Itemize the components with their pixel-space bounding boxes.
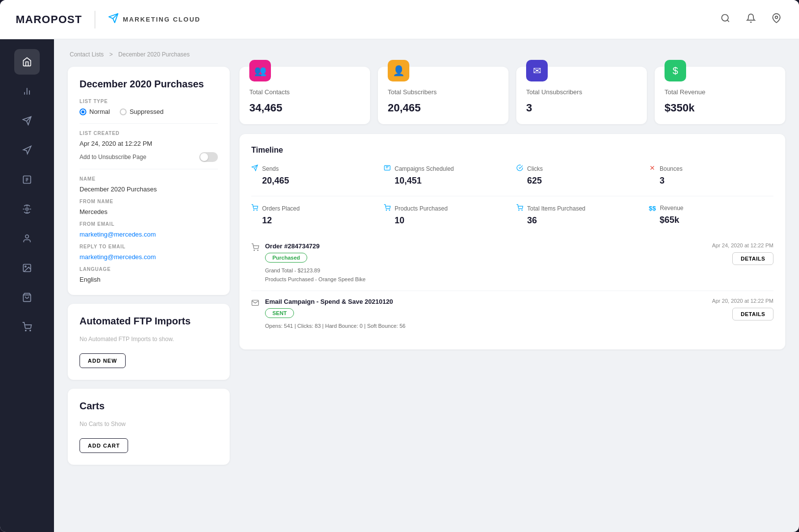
radio-normal[interactable]: Normal: [80, 108, 110, 115]
svg-point-17: [257, 210, 257, 211]
sidebar-item-analytics[interactable]: [14, 79, 40, 104]
stat-value-total-contacts: 34,465: [249, 102, 360, 114]
sidebar-item-audience[interactable]: [14, 137, 40, 163]
sidebar-item-media[interactable]: [14, 255, 40, 281]
item-timestamp-order-1: Apr 24, 2020 at 12:22 PM: [712, 242, 773, 248]
svg-point-9: [25, 266, 27, 267]
svg-point-16: [254, 210, 254, 211]
item-body-order-1: Order #284734729 Purchased Grand Total -…: [265, 242, 366, 284]
stat-card-total-revenue: $ Total Revenue $350k: [655, 67, 785, 124]
from-email-value[interactable]: marketing@mercedes.com: [80, 231, 218, 238]
language-section: LANGUAGE English: [80, 266, 218, 283]
card-title: December 2020 Purchases: [80, 79, 218, 90]
item-detail1-order-1: Grand Total - $2123.89: [265, 266, 366, 275]
from-name-value: Mercedes: [80, 208, 218, 215]
notifications-button[interactable]: [744, 11, 758, 27]
metric-item-revenue: $$ Revenue $65k: [649, 204, 773, 226]
item-body-email-1: Email Campaign - Spend & Save 20210120 S…: [265, 298, 405, 331]
stats-row: 👥 Total Contacts 34,465 👤 Total Subscrib…: [240, 67, 785, 124]
metric-header-revenue: $$ Revenue: [649, 204, 773, 212]
metric-icon-items: [516, 204, 523, 213]
metric-header-sends: Sends: [251, 164, 376, 173]
carts-title: Carts: [80, 400, 218, 412]
reply-email-label: REPLY TO EMAIL: [80, 244, 218, 249]
product-label: MARKETING CLOUD: [123, 16, 201, 23]
list-type-radio-group: Normal Suppressed: [80, 108, 218, 115]
from-name-label: FROM NAME: [80, 199, 218, 204]
add-cart-button[interactable]: ADD CART: [80, 438, 128, 453]
item-icon-email-1: [251, 299, 259, 309]
list-created-label: List Created: [80, 131, 218, 136]
logo-area: MAROPOST MARKETING CLOUD: [16, 11, 201, 28]
breadcrumb-parent: Contact Lists: [70, 51, 104, 58]
item-detail1-email-1: Opens: 541 | Clicks: 83 | Hard Bounce: 0…: [265, 322, 405, 331]
divider-2: [80, 169, 218, 169]
radio-suppressed-circle: [120, 108, 127, 115]
metric-label-items: Total Items Purchased: [527, 205, 586, 212]
stat-title-total-unsubscribers: Total Unsubscribers: [526, 88, 637, 96]
stat-icon-total-unsubscribers: ✉: [526, 60, 548, 81]
metric-value-orders: 12: [251, 215, 376, 226]
stat-card-total-subscribers: 👤 Total Subscribers 20,465: [378, 67, 508, 124]
sidebar-item-campaigns[interactable]: [14, 108, 40, 133]
add-new-ftp-button[interactable]: ADD NEW: [80, 353, 126, 368]
stat-title-total-subscribers: Total Subscribers: [388, 88, 499, 96]
metric-header-clicks: Clicks: [516, 164, 641, 173]
metric-value-items: 36: [516, 215, 641, 226]
metric-value-bounces: 3: [649, 176, 773, 186]
svg-point-23: [258, 250, 258, 250]
unsub-toggle-row: Add to Unsubscribe Page: [80, 152, 218, 162]
metric-icon-orders: [251, 204, 258, 213]
name-label: NAME: [80, 176, 218, 182]
unsub-toggle[interactable]: [199, 152, 218, 162]
metric-value-revenue: $65k: [649, 215, 773, 225]
timeline-items: Order #284734729 Purchased Grand Total -…: [251, 236, 773, 338]
radio-suppressed[interactable]: Suppressed: [120, 108, 163, 115]
metric-value-campaigns: 10,451: [384, 176, 508, 186]
carts-no-data: No Carts to Show: [80, 421, 218, 427]
svg-point-6: [26, 208, 28, 211]
item-detail2-order-1: Products Purchased - Orange Speed Bike: [265, 275, 366, 284]
from-email-label: FROM EMAIL: [80, 221, 218, 227]
metric-item-sends: Sends 20,465: [251, 164, 376, 186]
details-button-order-1[interactable]: DETAILS: [732, 252, 773, 265]
metric-icon-sends: [251, 164, 258, 173]
metric-label-campaigns: Campaigns Scheduled: [395, 165, 454, 172]
reply-email-value[interactable]: marketing@mercedes.com: [80, 253, 218, 261]
language-value: English: [80, 276, 218, 283]
metric-header-campaigns: Campaigns Scheduled: [384, 164, 508, 173]
item-icon-order-1: [251, 243, 259, 253]
metric-item-bounces: Bounces 3: [649, 164, 773, 186]
timeline-metrics-bottom: Orders Placed 12 Products Purchased 10 T…: [251, 204, 773, 226]
svg-point-22: [254, 250, 254, 250]
metric-icon-clicks: [516, 164, 523, 173]
logo-divider: [95, 11, 95, 28]
details-button-email-1[interactable]: DETAILS: [732, 308, 773, 320]
metric-item-items: Total Items Purchased 36: [516, 204, 641, 226]
item-right-order-1: Apr 24, 2020 at 12:22 PM DETAILS: [712, 242, 773, 265]
location-button[interactable]: [770, 11, 783, 27]
status-badge-order-1: Purchased: [265, 253, 307, 263]
stat-title-total-contacts: Total Contacts: [249, 88, 360, 96]
stat-icon-total-contacts: 👥: [249, 60, 271, 81]
list-type-label: List Type: [80, 99, 218, 104]
sidebar-item-home[interactable]: [14, 49, 40, 75]
item-title-order-1: Order #284734729: [265, 242, 366, 250]
metric-item-campaigns: Campaigns Scheduled 10,451: [384, 164, 508, 186]
ftp-title: Automated FTP Imports: [80, 316, 218, 327]
status-badge-email-1: SENT: [265, 308, 294, 318]
main-content: Contact Lists > December 2020 Purchases …: [54, 39, 799, 532]
metric-item-clicks: Clicks 625: [516, 164, 641, 186]
stat-card-total-contacts: 👥 Total Contacts 34,465: [240, 67, 370, 124]
sidebar-item-automation[interactable]: [14, 196, 40, 222]
plane-icon: [108, 13, 119, 26]
from-email-section: FROM EMAIL marketing@mercedes.com: [80, 221, 218, 238]
sidebar-item-forms[interactable]: [14, 167, 40, 192]
metric-header-items: Total Items Purchased: [516, 204, 641, 213]
sidebar-item-cart[interactable]: [14, 314, 40, 340]
sidebar-item-ecommerce[interactable]: [14, 285, 40, 310]
search-button[interactable]: [719, 11, 732, 27]
svg-point-0: [722, 15, 728, 21]
sidebar-item-contacts[interactable]: [14, 226, 40, 251]
metric-header-products: Products Purchased: [384, 204, 508, 213]
